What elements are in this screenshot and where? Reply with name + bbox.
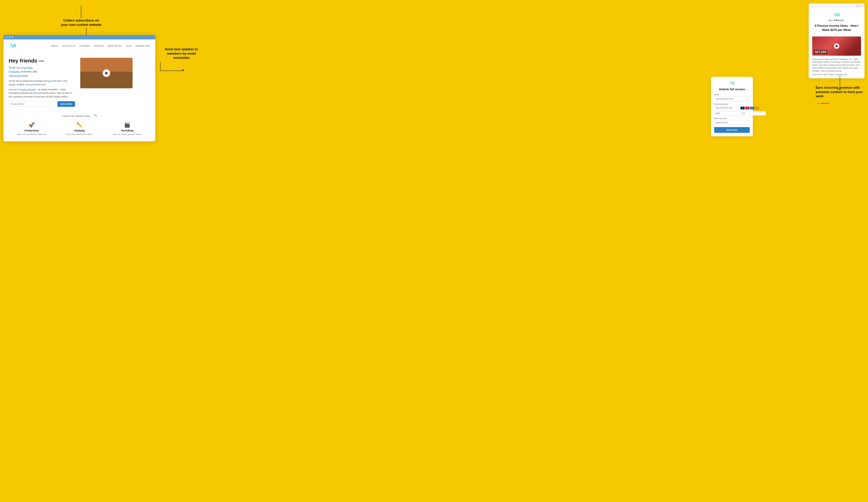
site-logo [9, 42, 17, 50]
amex-icon: AX [750, 107, 754, 109]
nav-links: ABOUT ARTICLES ▼ COURSES PODCAST BOOK NO… [51, 45, 150, 47]
card-number-input[interactable] [714, 106, 740, 110]
unlock-card: Unlock full access Email Card informatio… [711, 77, 753, 136]
youtubing-desc: Start your channel, grow your empire [107, 133, 147, 135]
productivity-desc: How to execute efficiently, make time [11, 133, 52, 135]
ali-card-topbar [809, 3, 865, 8]
browser-dot-red [6, 36, 7, 38]
discover-icon: DS [755, 107, 759, 109]
author-link[interactable]: soon-to-be Author [9, 74, 28, 77]
topbar-dots [856, 5, 862, 7]
youtubing-icon: 🎬 [107, 122, 147, 128]
expiry-input[interactable] [714, 111, 740, 116]
page-wrapper: Collect subscribers on your own custom w… [0, 0, 868, 157]
nav-courses[interactable]: COURSES [79, 45, 90, 47]
ali-card-link: If you'd like to talk, I'd love to hear … [809, 73, 865, 76]
youtubing-title: YouTubing [107, 129, 147, 132]
tools-link[interactable]: tools [48, 80, 52, 82]
ali-abdaal-card: ALI ABDAAL 9 Passive Income Ideas - How … [809, 3, 865, 78]
ali-card-video: $27,000 [812, 37, 861, 56]
browser-dot-yellow [9, 36, 10, 38]
name-on-card-label: Name on card [714, 117, 750, 119]
visa-icon: V [741, 107, 745, 109]
annotation-email: Send new updates to members by email new… [159, 47, 204, 71]
video-thumbnail[interactable] [80, 58, 133, 88]
youtuber-link[interactable]: YouTuber [22, 66, 33, 69]
annotation-revenue-label: Earn recurring revenue with premium cont… [816, 86, 865, 99]
hero-section: Hey friends — I'm Ali. I'm a YouTuber, P… [3, 52, 155, 114]
ali-card-title: 9 Passive Income Ideas - How I Make $27k… [809, 24, 865, 32]
studying-icon: ✏️ [59, 122, 100, 128]
nav-book-notes[interactable]: BOOK NOTES [108, 45, 122, 47]
studying-desc: How to study effectively for exams, [59, 133, 100, 135]
ali-card-description: I'm Ali, a junior doctor working in Camb… [809, 58, 865, 72]
mastercard-icon: MC [745, 107, 750, 109]
cvv-input[interactable] [741, 111, 766, 116]
productivity-icon: 🚀 [11, 122, 52, 128]
guides-arrow: ↷ [94, 114, 97, 118]
name-on-card-input[interactable] [714, 120, 750, 125]
email-form: SUBSCRIBE [9, 101, 75, 107]
productivity-title: Productivity [11, 129, 52, 132]
annotation-collect: Collect subscribers on your own custom w… [59, 5, 103, 36]
browser-content: ABOUT ARTICLES ▼ COURSES PODCAST BOOK NO… [3, 39, 155, 141]
annotation-email-label: Send new updates to members by email new… [159, 47, 204, 60]
ali-card-video-amount: $27,000 [814, 50, 827, 54]
podcaster-link[interactable]: Podcaster [9, 70, 20, 73]
sunday-snippets-link[interactable]: Sunday Snippets [20, 88, 36, 91]
hero-left: Hey friends — I'm Ali. I'm a YouTuber, P… [9, 58, 75, 110]
expiry-row [714, 111, 750, 116]
guide-card-studying: ✏️ Studying How to study effectively for… [56, 119, 102, 138]
site-nav: ABOUT ARTICLES ▼ COURSES PODCAST BOOK NO… [3, 39, 155, 52]
ali-card-name: ALI ABDAAL [809, 19, 865, 22]
guide-card-productivity: 🚀 Productivity How to execute efficientl… [9, 119, 54, 138]
annotation-collect-label: Collect subscribers on your own custom w… [59, 18, 103, 27]
card-info-label: Card information [714, 103, 750, 105]
subscribe-button[interactable]: SUBSCRIBE [58, 101, 75, 107]
nav-about[interactable]: ABOUT [51, 45, 59, 47]
guides-cards: 🚀 Productivity How to execute efficientl… [9, 119, 150, 138]
hero-right [80, 58, 133, 110]
hero-subtitle: I'm Ali. I'm a YouTuber, Podcaster, ex-D… [9, 66, 75, 78]
hero-title: Hey friends — [9, 58, 75, 64]
nav-podcast[interactable]: PODCAST [94, 45, 104, 47]
hero-text-1: On this site we explore the strategies a… [9, 79, 75, 87]
card-number-row: V MC AX DS [714, 106, 750, 110]
guide-card-youtubing: 🎬 YouTubing Start your channel, grow you… [104, 119, 150, 138]
browser-dot-green [11, 36, 13, 38]
guides-title: Check out my Ultimate Guides [62, 115, 90, 117]
studying-title: Studying [59, 129, 100, 132]
left-arrow-icon: ← [817, 101, 820, 105]
ali-card-logo [809, 8, 865, 19]
nav-tech[interactable]: TECH [126, 45, 132, 47]
browser-window: ABOUT ARTICLES ▼ COURSES PODCAST BOOK NO… [3, 35, 155, 141]
ali-card-divider [812, 34, 861, 34]
email-input[interactable] [9, 101, 56, 107]
unlock-logo [714, 80, 750, 86]
email-label: Email [714, 93, 750, 96]
annotation-revenue: Earn recurring revenue with premium cont… [816, 86, 865, 105]
nav-articles[interactable]: ARTICLES ▼ [62, 45, 75, 47]
hero-text-2: And over at Sunday Snippets - my weekly … [9, 88, 75, 99]
guides-section: Check out my Ultimate Guides ↷ 🚀 Product… [3, 114, 155, 141]
nav-newsletter[interactable]: NEWSLETTER [135, 45, 150, 47]
unlock-title: Unlock full access [714, 88, 750, 91]
unlock-email-input[interactable] [714, 96, 750, 101]
card-icons: V MC AX DS [741, 106, 759, 110]
play-button[interactable] [103, 69, 110, 77]
unlock-subscribe-button[interactable]: Subscribe [714, 127, 750, 133]
browser-titlebar [3, 35, 155, 39]
